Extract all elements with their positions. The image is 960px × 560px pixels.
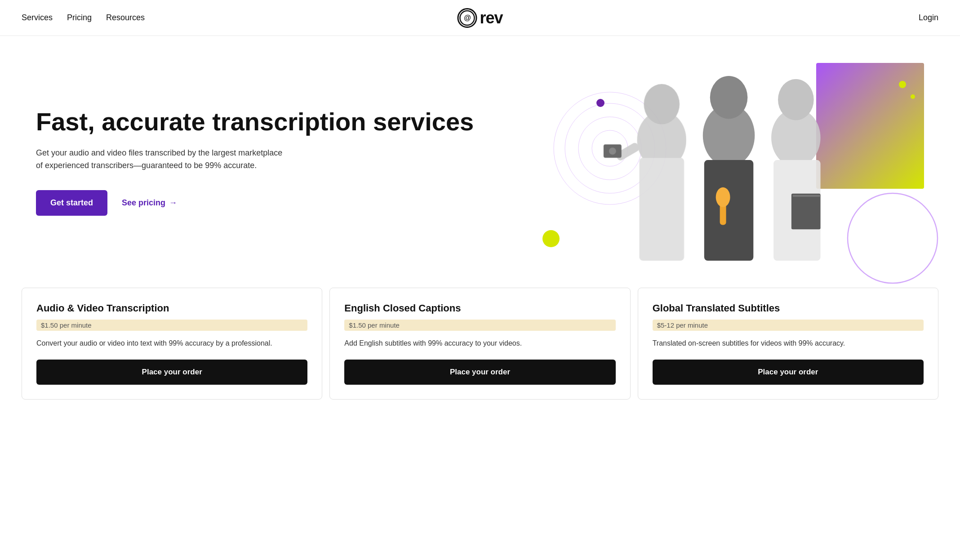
svg-rect-9 xyxy=(639,158,684,261)
yellow-dot-decoration xyxy=(542,230,560,247)
hero-right xyxy=(524,63,924,261)
services-section: Audio & Video Transcription $1.50 per mi… xyxy=(0,288,960,400)
svg-point-14 xyxy=(710,76,748,119)
service-desc-transcription: Convert your audio or video into text wi… xyxy=(36,338,307,349)
service-desc-captions: Add English subtitles with 99% accuracy … xyxy=(344,338,615,349)
yellow-dot3-decoration xyxy=(911,94,915,99)
service-desc-subtitles: Translated on-screen subtitles for video… xyxy=(653,338,924,349)
svg-rect-22 xyxy=(793,195,821,197)
svg-text:@: @ xyxy=(464,14,471,22)
order-button-subtitles[interactable]: Place your order xyxy=(653,360,924,385)
see-pricing-label: See pricing xyxy=(122,198,165,208)
service-price-captions: $1.50 per minute xyxy=(344,320,615,331)
get-started-button[interactable]: Get started xyxy=(36,190,107,216)
service-card-captions: English Closed Captions $1.50 per minute… xyxy=(329,288,630,400)
hero-title: Fast, accurate transcription services xyxy=(36,108,524,136)
order-button-captions[interactable]: Place your order xyxy=(344,360,615,385)
service-title-captions: English Closed Captions xyxy=(344,302,615,314)
hero-section: Fast, accurate transcription services Ge… xyxy=(0,36,960,288)
service-price-subtitles: $5-12 per minute xyxy=(653,320,924,331)
svg-point-8 xyxy=(644,84,680,124)
service-title-subtitles: Global Translated Subtitles xyxy=(653,302,924,314)
hero-people-illustration xyxy=(524,73,924,261)
nav-right: Login xyxy=(919,13,938,22)
hero-subtitle: Get your audio and video files transcrib… xyxy=(36,147,288,173)
purple-dot-decoration xyxy=(596,99,604,107)
nav-left: Services Pricing Resources xyxy=(22,13,145,22)
card-bottom-subtitles: Place your order xyxy=(653,360,924,399)
arrow-icon: → xyxy=(169,198,177,208)
service-card-transcription: Audio & Video Transcription $1.50 per mi… xyxy=(22,288,322,400)
nav-pricing[interactable]: Pricing xyxy=(67,13,92,22)
hero-left: Fast, accurate transcription services Ge… xyxy=(36,108,524,216)
header: Services Pricing Resources @ rev Login xyxy=(0,0,960,36)
svg-point-19 xyxy=(778,79,814,120)
nav-services[interactable]: Services xyxy=(22,13,53,22)
card-bottom-captions: Place your order xyxy=(344,360,615,399)
see-pricing-button[interactable]: See pricing → xyxy=(122,198,177,208)
order-button-transcription[interactable]: Place your order xyxy=(36,360,307,385)
logo-at-icon: @ xyxy=(457,8,477,28)
nav-resources[interactable]: Resources xyxy=(106,13,145,22)
card-bottom-transcription: Place your order xyxy=(36,360,307,399)
hero-actions: Get started See pricing → xyxy=(36,190,524,216)
service-title-transcription: Audio & Video Transcription xyxy=(36,302,307,314)
logo-text: rev xyxy=(480,9,502,27)
service-price-transcription: $1.50 per minute xyxy=(36,320,307,331)
svg-point-17 xyxy=(716,187,730,207)
service-card-subtitles: Global Translated Subtitles $5-12 per mi… xyxy=(638,288,938,400)
yellow-dot2-decoration xyxy=(899,81,906,88)
logo[interactable]: @ rev xyxy=(457,8,502,28)
svg-rect-21 xyxy=(791,194,821,230)
svg-point-12 xyxy=(609,147,616,155)
svg-rect-15 xyxy=(704,160,753,261)
login-button[interactable]: Login xyxy=(919,13,938,22)
